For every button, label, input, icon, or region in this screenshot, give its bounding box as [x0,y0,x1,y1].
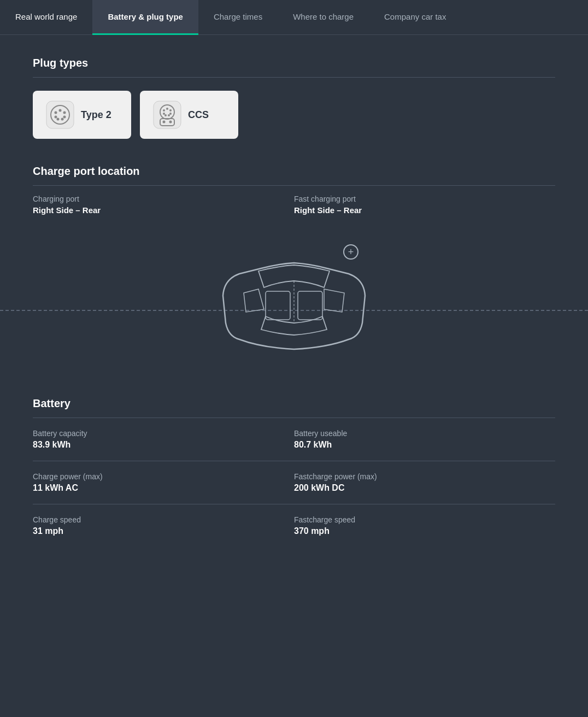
plug-types-section: Plug types Type 2 [33,57,555,139]
svg-point-2 [55,111,57,114]
type2-plug-icon [46,101,74,129]
fastcharge-speed-value: 370 mph [294,526,555,536]
svg-point-4 [63,111,66,114]
plug-cards-container: Type 2 [33,91,555,139]
svg-point-14 [163,113,165,115]
tab-bar: Real world range Battery & plug type Cha… [0,0,588,35]
svg-point-12 [166,108,168,110]
battery-heading: Battery [33,397,555,410]
battery-useable-value: 80.7 kWh [294,440,555,450]
battery-capacity-value: 83.9 kWh [33,440,272,450]
plug-card-type2[interactable]: Type 2 [33,91,131,139]
fastcharge-speed-label: Fastcharge speed [294,515,555,524]
svg-point-17 [168,114,170,116]
svg-point-19 [163,121,166,124]
charging-port-value: Right Side – Rear [33,205,272,215]
svg-point-5 [55,116,57,119]
ccs-plug-icon [153,101,181,129]
fastcharge-speed-item: Fastcharge speed 370 mph [294,504,555,547]
plug-card-ccs[interactable]: CCS [140,91,238,139]
svg-point-15 [169,113,172,115]
charge-power-max-value: 11 kWh AC [33,483,272,493]
battery-useable-label: Battery useable [294,429,555,438]
charge-pin-indicator[interactable]: + [343,244,358,260]
battery-capacity-item: Battery capacity 83.9 kWh [33,418,294,461]
svg-point-13 [169,109,172,111]
fastcharge-power-max-label: Fastcharge power (max) [294,472,555,481]
tab-charge-times[interactable]: Charge times [198,0,278,35]
charge-port-heading: Charge port location [33,165,555,178]
svg-point-6 [63,116,66,119]
battery-grid: Battery capacity 83.9 kWh Battery useabl… [33,418,555,547]
tab-real-world-range[interactable]: Real world range [0,0,92,35]
svg-point-8 [61,118,64,121]
fast-charging-port-item: Fast charging port Right Side – Rear [294,185,555,224]
battery-capacity-label: Battery capacity [33,429,272,438]
tab-where-to-charge[interactable]: Where to charge [278,0,369,35]
type2-plug-label: Type 2 [81,109,111,121]
fastcharge-power-max-item: Fastcharge power (max) 200 kWh DC [294,461,555,504]
battery-section: Battery Battery capacity 83.9 kWh Batter… [33,397,555,547]
charging-port-label: Charging port [33,195,272,203]
svg-point-11 [163,109,165,111]
charge-speed-item: Charge speed 31 mph [33,504,294,547]
tab-company-car-tax[interactable]: Company car tax [369,0,461,35]
ccs-plug-label: CCS [188,109,209,121]
battery-useable-item: Battery useable 80.7 kWh [294,418,555,461]
charging-port-item: Charging port Right Side – Rear [33,185,294,224]
port-grid: Charging port Right Side – Rear Fast cha… [33,185,555,224]
charge-speed-label: Charge speed [33,515,272,524]
tab-battery-plug-type[interactable]: Battery & plug type [92,0,198,35]
svg-point-7 [57,118,60,121]
svg-rect-23 [298,291,322,320]
charge-power-max-item: Charge power (max) 11 kWh AC [33,461,294,504]
charge-power-max-label: Charge power (max) [33,472,272,481]
svg-point-16 [164,114,167,116]
car-diagram: + [207,252,381,363]
plug-types-heading: Plug types [33,57,555,69]
svg-rect-22 [266,291,290,320]
car-top-view-svg [207,252,381,361]
plug-types-divider [33,77,555,78]
charge-speed-value: 31 mph [33,526,272,536]
fastcharge-power-max-value: 200 kWh DC [294,483,555,493]
fast-charging-port-label: Fast charging port [294,195,555,203]
fast-charging-port-value: Right Side – Rear [294,205,555,215]
charge-port-section: Charge port location Charging port Right… [33,165,555,224]
svg-point-20 [169,121,172,124]
plus-icon: + [348,246,354,258]
main-content: Plug types Type 2 [0,35,588,569]
car-diagram-wrapper: + [0,241,588,380]
svg-point-3 [59,109,62,112]
